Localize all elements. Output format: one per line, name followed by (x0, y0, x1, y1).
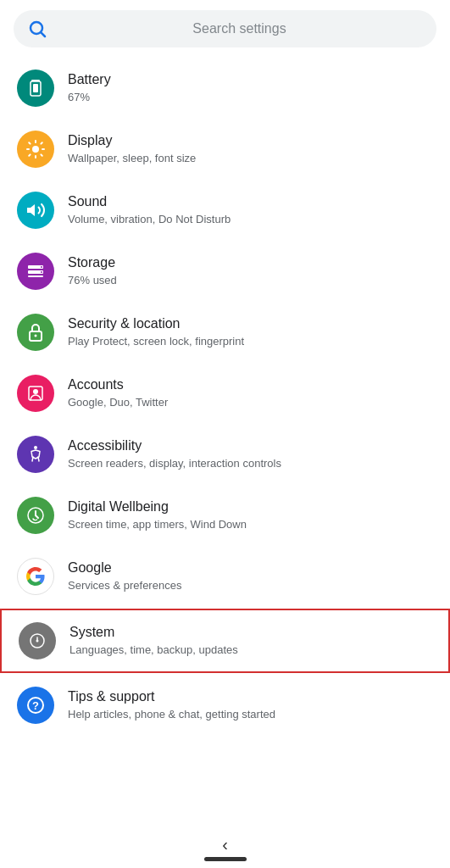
accessibility-icon-circle (17, 436, 54, 473)
accounts-icon-circle (17, 375, 54, 412)
display-text: Display Wallpaper, sleep, font size (68, 132, 196, 166)
svg-point-16 (34, 446, 37, 449)
svg-point-15 (33, 389, 38, 394)
accessibility-subtitle: Screen readers, display, interaction con… (68, 457, 281, 471)
svg-line-1 (42, 33, 45, 36)
sound-title: Sound (68, 193, 231, 211)
svg-marker-6 (27, 204, 35, 216)
security-text: Security & location Play Protect, screen… (68, 315, 244, 349)
google-text: Google Services & preferences (68, 559, 181, 593)
settings-item-security[interactable]: Security & location Play Protect, screen… (0, 302, 450, 363)
security-title: Security & location (68, 315, 244, 333)
settings-item-digitalwellbeing[interactable]: Digital Wellbeing Screen time, app timer… (0, 485, 450, 546)
settings-item-storage[interactable]: Storage 76% used (0, 241, 450, 302)
sound-subtitle: Volume, vibration, Do Not Disturb (68, 213, 231, 227)
accounts-subtitle: Google, Duo, Twitter (68, 396, 168, 410)
digitalwellbeing-title: Digital Wellbeing (68, 498, 247, 516)
settings-item-google[interactable]: Google Services & preferences (0, 546, 450, 607)
display-icon-circle (17, 131, 54, 168)
accessibility-title: Accessibility (68, 437, 281, 455)
svg-rect-4 (33, 84, 38, 92)
battery-title: Battery (68, 71, 111, 89)
storage-title: Storage (68, 254, 117, 272)
settings-item-sound[interactable]: Sound Volume, vibration, Do Not Disturb (0, 180, 450, 241)
display-title: Display (68, 132, 196, 150)
accessibility-text: Accessibility Screen readers, display, i… (68, 437, 281, 471)
system-text: System Languages, time, backup, updates (69, 624, 238, 658)
storage-icon-circle (17, 253, 54, 290)
digitalwellbeing-text: Digital Wellbeing Screen time, app timer… (68, 498, 247, 532)
battery-subtitle: 67% (68, 91, 111, 105)
battery-text: Battery 67% (68, 71, 111, 105)
battery-icon-circle (17, 70, 54, 107)
digitalwellbeing-icon-circle (17, 497, 54, 534)
svg-point-10 (41, 266, 42, 268)
svg-point-5 (32, 146, 39, 153)
accounts-title: Accounts (68, 376, 168, 394)
digitalwellbeing-subtitle: Screen time, app timers, Wind Down (68, 518, 247, 532)
system-title: System (69, 624, 238, 642)
settings-item-accounts[interactable]: Accounts Google, Duo, Twitter (0, 363, 450, 424)
settings-item-display[interactable]: Display Wallpaper, sleep, font size (0, 119, 450, 180)
sound-icon-circle (17, 192, 54, 229)
search-placeholder: Search settings (56, 21, 423, 36)
accounts-text: Accounts Google, Duo, Twitter (68, 376, 168, 410)
tips-subtitle: Help articles, phone & chat, getting sta… (68, 708, 275, 722)
tips-title: Tips & support (68, 688, 275, 706)
settings-item-battery[interactable]: Battery 67% (0, 58, 450, 119)
svg-point-13 (35, 335, 37, 337)
security-icon-circle (17, 314, 54, 351)
display-subtitle: Wallpaper, sleep, font size (68, 152, 196, 166)
tips-icon-circle: ? (17, 687, 54, 724)
settings-list: Battery 67% Display Wallpaper, sleep, fo… (0, 58, 450, 825)
nav-bar: ‹ (0, 825, 450, 868)
search-bar-container: Search settings (0, 0, 450, 58)
search-bar[interactable]: Search settings (14, 10, 436, 47)
svg-text:?: ? (32, 699, 39, 712)
home-indicator[interactable] (204, 857, 247, 861)
system-icon-circle (19, 622, 56, 659)
security-subtitle: Play Protect, screen lock, fingerprint (68, 335, 244, 349)
svg-rect-9 (28, 275, 43, 277)
tips-text: Tips & support Help articles, phone & ch… (68, 688, 275, 722)
system-subtitle: Languages, time, backup, updates (69, 643, 238, 658)
search-icon (27, 19, 47, 39)
settings-item-tips[interactable]: ? Tips & support Help articles, phone & … (0, 675, 450, 736)
google-subtitle: Services & preferences (68, 579, 181, 593)
google-icon-circle (17, 558, 54, 595)
back-button[interactable]: ‹ (222, 835, 228, 854)
google-title: Google (68, 559, 181, 577)
sound-text: Sound Volume, vibration, Do Not Disturb (68, 193, 231, 227)
settings-item-system[interactable]: System Languages, time, backup, updates (0, 609, 450, 673)
storage-text: Storage 76% used (68, 254, 117, 288)
storage-subtitle: 76% used (68, 274, 117, 288)
svg-point-11 (41, 271, 42, 273)
settings-item-accessibility[interactable]: Accessibility Screen readers, display, i… (0, 424, 450, 485)
